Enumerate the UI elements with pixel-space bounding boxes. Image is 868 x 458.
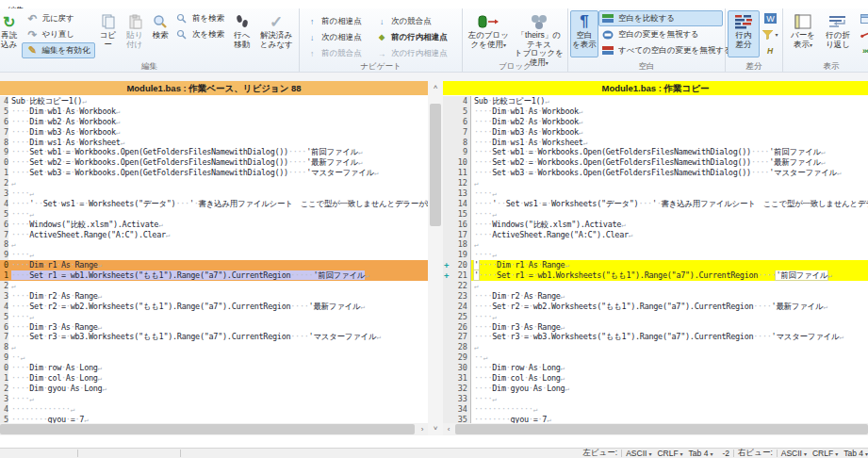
next-conflict-button[interactable]: ↓ 次の競合点 [371,13,460,29]
code-line[interactable]: 12↵ [443,178,868,188]
code-line[interactable]: 5········gyou·=·7↵ [0,415,428,423]
code-line[interactable]: 6····Dim·wb2·As·Workbook↵ [443,117,868,127]
code-line[interactable]: 4Sub·比較コピー1()↵ [0,96,428,106]
code-line[interactable]: 8····Dim·ws1·As·Worksheet↵ [443,138,868,148]
code-line[interactable]: 7····Dim·wb3·As·Workbook↵ [0,127,428,138]
code-line[interactable]: 31····Dim·col·As·Long↵ [443,373,868,384]
code-line[interactable]: 9····↵ [0,250,428,260]
right-code-editor[interactable]: 4Sub·比較コピー1()↵5····Dim·wb1·As·Workbook↵6… [443,95,868,423]
code-line[interactable]: 32····Dim·gyou·As·Long↵ [443,384,868,394]
code-line[interactable]: 22↵ [443,281,868,291]
code-line[interactable]: 9··↵ [0,352,428,363]
right-hscroll-thumb[interactable] [455,424,868,434]
code-line[interactable]: 8↵ [0,239,428,250]
vscroll-down-arrow[interactable]: ˅ [428,422,443,435]
code-line[interactable]: 5····↵ [0,312,428,322]
code-line[interactable]: 0····Dim·r1·As·Range↵ [0,260,428,270]
code-line[interactable]: 3····Dim·r2·As·Range↵ [0,291,428,302]
find-prev-button[interactable]: 前を検索 [172,10,228,26]
vscroll-thumb[interactable] [430,104,441,226]
word-wrap-button[interactable]: 行の折 り返し [821,10,855,51]
redo-button[interactable]: ↷ やり直し [22,26,94,42]
right-view-tab-dropdown[interactable]: Tab 4▾ [843,449,868,458]
next-diff-button[interactable]: ↓ 次の相違点 [302,29,371,45]
code-line[interactable]: 29··↵ [443,352,868,363]
compare-whitespace-button[interactable]: 空白を比較する [598,10,723,26]
code-line[interactable]: +20'····Dim·r1·As·Range↵ [443,260,868,270]
code-line[interactable]: 25····↵ [443,312,868,322]
reload-button[interactable]: ↻ 再読込み [0,10,22,51]
right-horizontal-scrollbar[interactable]: ‹ [443,423,868,435]
left-hscroll-thumb[interactable] [0,424,415,434]
ignore-all-whitespace-button[interactable]: すべての空白の変更を無視する [598,42,723,58]
code-line[interactable]: 3····↵ [0,188,428,199]
code-line[interactable]: 27····Set·r3·=·wb3.Worksheets("もも1").Ran… [443,332,868,342]
code-line[interactable]: 17····ActiveSheet.Range("A:C").Clear↵ [443,230,868,240]
goto-line-button[interactable]: 行へ移動 [228,10,255,51]
code-line[interactable]: 4····'··Set·ws1·=·Worksheets("データ")···'·… [0,199,428,209]
code-line[interactable]: 1····Set·r1·=·wb1.Worksheets("もも1").Rang… [0,270,428,281]
prev-inline-diff-button[interactable]: ◆ 前の行内相違点 [371,29,460,45]
code-line[interactable]: 1····Set·wb3·=·Workbooks.Open(GetFolders… [0,168,428,178]
code-line[interactable]: 7····ActiveSheet.Range("A:C").Clear↵ [0,230,428,240]
code-line[interactable]: 7····Set·r3·=·wb3.Worksheets("もも1").Rang… [0,332,428,342]
next-inline-diff-button[interactable]: → 次の行内相違点 [371,45,460,61]
filter-button[interactable]: ▾ [760,26,780,42]
ignore-whitespace-change-button[interactable]: 空白の変更を無視する [598,26,723,42]
enable-edit-button[interactable]: ✎ 編集を有効化 [22,42,94,58]
code-line[interactable]: 5····Dim·wb1·As·Workbook↵ [0,106,428,117]
left-hscroll-right-arrow[interactable]: › [417,423,428,435]
show-bars-button[interactable]: バーを 表示▾ [785,10,821,52]
inline-diff-button[interactable]: 行内 差分 [728,10,760,57]
code-line[interactable]: 28↵ [443,342,868,352]
undo-button[interactable]: ↶ 元に戻す [22,10,94,26]
code-line[interactable]: 0····Set·wb2·=·Workbooks.Open(GetFolders… [0,157,428,168]
code-line[interactable]: 9····Set·wb1·=·Workbooks.Open(GetFolders… [443,147,868,157]
code-line[interactable]: 26····Dim·r3·As·Range↵ [443,322,868,333]
code-line[interactable]: 0····Dim·row·As·Long↵ [0,363,428,373]
right-view-encoding-dropdown[interactable]: ASCII▾ [781,449,807,458]
code-line[interactable]: 6····Dim·wb2·As·Workbook↵ [0,117,428,127]
use-left-block-button[interactable]: 左のブロッ クを使用▾ [465,10,513,52]
prev-diff-button[interactable]: ↑ 前の相違点 [302,13,371,29]
code-line[interactable]: 11····Set·wb3·=·Workbooks.Open(GetFolder… [443,168,868,178]
code-line[interactable]: 1····Dim·col·As·Long↵ [0,373,428,384]
word-diff-button[interactable]: W [760,10,780,26]
code-line[interactable]: 19····↵ [443,250,868,260]
vscroll-up-arrow[interactable]: ˄ [428,81,443,94]
code-line[interactable]: 6····Dim·r3·As·Range↵ [0,322,428,333]
code-line[interactable]: 3····↵ [0,394,428,404]
code-line[interactable]: 10····Set·wb2·=·Workbooks.Open(GetFolder… [443,157,868,168]
code-line[interactable]: 23····Dim·r2·As·Range↵ [443,291,868,302]
find-button[interactable]: 検索 [148,10,172,42]
code-line[interactable]: 2↵ [0,281,428,291]
code-line[interactable]: +21'····Set·r1·=·wb1.Worksheets("もも1").R… [443,270,868,281]
mark-resolved-button[interactable]: ✓ 解決済み とみなす [255,10,297,51]
code-line[interactable]: 18↵ [443,239,868,250]
left-view-eol-dropdown[interactable]: CRLF▾ [657,449,682,458]
right-hscroll-left-arrow[interactable]: ‹ [443,423,454,435]
code-line[interactable]: 13····↵ [443,188,868,199]
case-sensitive-button[interactable]: H [760,42,780,58]
code-line[interactable]: 35········gyou·=·7↵ [443,415,868,423]
code-line[interactable]: 8↵ [0,342,428,352]
show-whitespace-button[interactable]: ¶ 空白 を表示 [570,10,598,57]
code-line[interactable]: 30····Dim·row·As·Long↵ [443,363,868,373]
copy-button[interactable]: コピー [95,10,121,51]
code-line[interactable]: 9····Set·wb1·=·Workbooks.Open(GetFolders… [0,147,428,157]
code-line[interactable]: 4Sub·比較コピー1()↵ [443,96,868,106]
code-line[interactable]: 34·············↵ [443,404,868,415]
left-vertical-scrollbar[interactable]: ˄ ˅ [428,81,443,435]
code-line[interactable]: 8····Dim·ws1·As·Worksheet↵ [0,138,428,148]
code-line[interactable]: 5····Dim·wb1·As·Workbook↵ [443,106,868,117]
code-line[interactable]: 4·············↵ [0,404,428,415]
view-window-button[interactable] [855,10,868,26]
find-next-button[interactable]: 次を検索 [172,26,228,42]
code-line[interactable]: 5····↵ [0,209,428,220]
left-code-editor[interactable]: 4Sub·比較コピー1()↵5····Dim·wb1·As·Workbook↵6… [0,95,428,423]
code-line[interactable]: 16····Windows("比較.xlsm").Activate↵ [443,220,868,230]
collapse-button[interactable]: »« [855,42,868,58]
left-view-tab-dropdown[interactable]: Tab 4▾ [689,449,713,458]
code-line[interactable]: 15····↵ [443,209,868,220]
code-line[interactable]: 24····Set·r2·=·wb2.Worksheets("もも1").Ran… [443,302,868,312]
